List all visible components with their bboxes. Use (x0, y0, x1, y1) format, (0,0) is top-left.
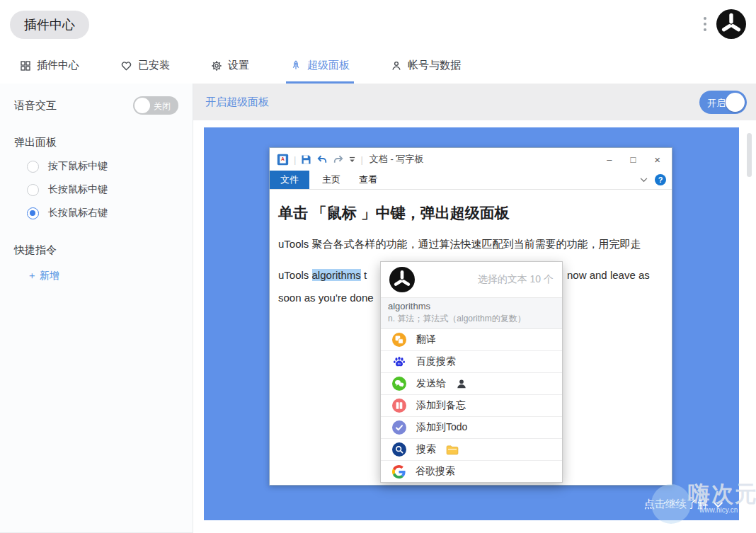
chevron-down-icon (713, 501, 723, 508)
panel-item-label: 百度搜索 (416, 355, 456, 368)
panel-item-label: 谷歌搜索 (416, 465, 455, 478)
google-icon (392, 465, 406, 478)
heart-icon (120, 60, 132, 71)
help-icon[interactable]: ? (655, 174, 666, 185)
rocket-icon (290, 59, 302, 71)
radio-longpress-right-button[interactable]: 长按鼠标右键 (27, 207, 193, 219)
memo-icon (392, 399, 406, 413)
selection-count-label: 选择的文本 10 个 (478, 273, 554, 286)
collapse-ribbon-chevron-icon[interactable] (640, 178, 648, 183)
todo-check-icon (392, 420, 406, 435)
add-shortcut-button[interactable]: ＋ 新增 (27, 270, 59, 282)
redo-icon[interactable] (333, 154, 344, 165)
divider: | (360, 154, 362, 165)
radio-label: 按下鼠标中键 (48, 160, 108, 173)
baidu-icon: du (392, 355, 406, 369)
radio-icon-checked (27, 207, 39, 219)
gear-icon (211, 60, 222, 71)
maximize-button[interactable]: □ (630, 155, 636, 164)
enable-super-panel-link[interactable]: 开启超级面板 (205, 96, 269, 109)
panel-item-add-memo[interactable]: 添加到备忘 (381, 394, 562, 416)
popup-panel-section-label: 弹出面板 (14, 136, 193, 149)
panel-item-label: 添加到Todo (416, 421, 467, 434)
wechat-icon (392, 377, 406, 391)
panel-item-label: 搜索 (416, 443, 436, 456)
voice-section-label: 语音交互 (14, 99, 57, 113)
super-panel-popup: 选择的文本 10 个 algorithms n. 算法；算法式（algorith… (380, 261, 563, 483)
panel-item-label: 发送给 (416, 377, 446, 390)
doc-heading: 单击 「鼠标 」中键，弹出超级面板 (278, 203, 510, 223)
wordpad-window-title: 文档 - 写字板 (370, 153, 424, 166)
panel-item-baidu-search[interactable]: du 百度搜索 (381, 350, 562, 372)
utools-logo[interactable] (716, 9, 746, 39)
tab-plugin-center[interactable]: 插件中心 (16, 50, 84, 84)
tab-label: 超级面板 (307, 59, 350, 72)
wordpad-app-icon: A (277, 154, 289, 166)
toggle-state-label: 开启 (707, 97, 726, 110)
panel-item-label: 添加到备忘 (416, 399, 466, 412)
app-header: 插件中心 (0, 0, 756, 50)
svg-text:du: du (398, 363, 401, 366)
translate-icon (392, 333, 406, 347)
doc-paragraph-1: uTools 聚合各式各样的功能，通过算法快速匹配到当前需要的功能，用完即走 (278, 238, 641, 251)
radio-label: 长按鼠标右键 (48, 207, 108, 219)
app-title-badge: 插件中心 (10, 11, 89, 39)
kebab-menu-icon[interactable] (701, 14, 709, 34)
voice-toggle[interactable]: 关闭 (133, 96, 178, 115)
shortcut-section-label: 快捷指令 (14, 243, 193, 257)
toggle-state-label: 关闭 (154, 101, 171, 113)
super-panel-toggle[interactable]: 开启 (699, 91, 747, 114)
search-icon (392, 442, 406, 457)
panel-item-google-search[interactable]: 谷歌搜索 (381, 460, 562, 482)
svg-text:A: A (281, 156, 285, 161)
main-panel: 开启超级面板 开启 A | (193, 84, 756, 533)
tab-label: 设置 (228, 59, 249, 72)
folder-icon (446, 445, 459, 455)
toggle-knob (134, 98, 150, 113)
wordpad-ribbon-tabs: 文件 主页 查看 ? (270, 171, 672, 190)
panel-item-search[interactable]: 搜索 (381, 438, 562, 460)
selected-text: algorithms (312, 269, 361, 281)
utools-logo (389, 267, 415, 292)
selected-word: algorithms (388, 301, 555, 311)
dictionary-definition-row[interactable]: algorithms n. 算法；算法式（algorithm的复数） (381, 297, 562, 329)
word-definition: n. 算法；算法式（algorithm的复数） (388, 313, 555, 325)
avatar-icon (456, 378, 467, 389)
settings-sidebar: 语音交互 关闭 弹出面板 按下鼠标中键 长按鼠标中键 长按鼠标右键 快捷指令 ＋… (0, 84, 193, 533)
tab-account-data[interactable]: 帐号与数据 (386, 50, 465, 84)
divider: | (294, 154, 296, 165)
close-button[interactable]: × (654, 154, 660, 165)
tab-label: 插件中心 (37, 59, 79, 72)
undo-icon[interactable] (316, 154, 328, 165)
person-icon (391, 60, 402, 71)
doc-paragraph-2: uTools algorithms t (278, 269, 367, 281)
panel-item-add-todo[interactable]: 添加到Todo (381, 416, 562, 438)
demo-illustration-panel: A | (204, 127, 739, 520)
tab-settings[interactable]: 设置 (207, 50, 253, 84)
save-icon[interactable] (301, 154, 311, 165)
doc-paragraph-2-right: now and leave as (567, 269, 650, 281)
continue-learn-label: 点击继续了解 (644, 498, 708, 511)
wordpad-titlebar: A | (270, 148, 672, 171)
tab-installed[interactable]: 已安装 (116, 50, 174, 84)
panel-item-translate[interactable]: 翻译 (381, 329, 562, 350)
grid-icon (20, 60, 31, 71)
radio-longpress-middle-button[interactable]: 长按鼠标中键 (27, 183, 193, 196)
toolbar-dropdown-icon[interactable] (349, 156, 355, 163)
tab-super-panel[interactable]: 超级面板 (286, 50, 354, 84)
scrollbar-thumb[interactable] (747, 133, 752, 177)
tab-label: 帐号与数据 (408, 59, 461, 72)
radio-press-middle-button[interactable]: 按下鼠标中键 (27, 160, 193, 173)
toggle-knob (726, 93, 745, 112)
continue-learn-button[interactable]: 点击继续了解 (644, 498, 723, 511)
radio-icon (27, 161, 39, 173)
tab-bar: 插件中心 已安装 设置 超级面板 帐号与数据 (0, 50, 756, 84)
doc-paragraph-3: soon as you're done (278, 292, 374, 304)
menu-home[interactable]: 主页 (316, 171, 346, 189)
menu-view[interactable]: 查看 (353, 171, 383, 189)
radio-icon (27, 184, 39, 196)
minimize-button[interactable]: – (607, 155, 612, 164)
panel-item-send-to[interactable]: 发送给 (381, 372, 562, 394)
menu-file[interactable]: 文件 (270, 171, 309, 189)
tab-label: 已安装 (138, 59, 170, 72)
